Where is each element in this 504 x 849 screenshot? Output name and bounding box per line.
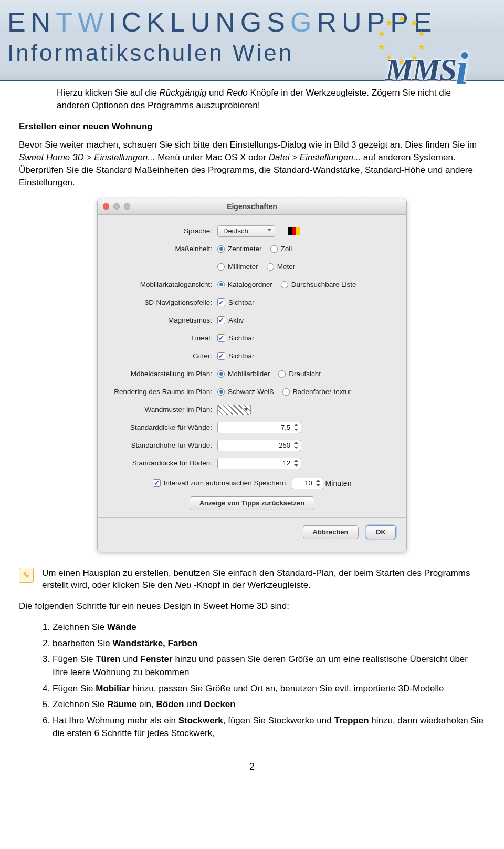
row-magnet: Magnetismus: Aktiv	[108, 313, 396, 328]
field-value: 250	[279, 441, 290, 449]
pattern-select[interactable]	[217, 405, 251, 415]
radio-label: Zentimeter	[228, 245, 262, 253]
wall-height-field[interactable]: 250	[217, 440, 301, 451]
cancel-button[interactable]: Abbrechen	[303, 525, 359, 539]
page-number: 2	[19, 761, 485, 772]
steps-list: Zeichnen Sie Wände bearbeiten Sie Wandst…	[19, 621, 485, 740]
radio-millimeter[interactable]: Millimeter	[217, 263, 258, 271]
t: Decken	[204, 699, 235, 709]
ok-button[interactable]: OK	[366, 525, 396, 539]
radio-label: Durchsuchbare Liste	[291, 281, 356, 288]
t: Räume	[107, 699, 137, 709]
tip-icon: ✎	[19, 568, 34, 583]
label: Gitter:	[108, 352, 217, 360]
row-hoehe-wand: Standardhöhe für Wände: 250	[108, 438, 396, 453]
row-katalog: Mobiliarkatalogansicht: Katalogordner Du…	[108, 277, 396, 293]
row-moebel: Möbeldarstellung im Plan: Mobiliarbilder…	[108, 366, 396, 382]
row-gitter: Gitter: Sichtbar	[108, 348, 396, 364]
radio-meter[interactable]: Meter	[267, 263, 296, 271]
t: Rückgängig	[160, 88, 207, 98]
label: Standarddicke für Böden:	[108, 459, 217, 467]
label: Möbeldarstellung im Plan:	[108, 370, 217, 378]
language-select[interactable]: Deutsch	[217, 225, 275, 237]
row-lineal: Lineal: Sichtbar	[108, 330, 396, 346]
t: hinzu, passen Sie Größe und Ort an, benu…	[130, 684, 444, 693]
check-lineal[interactable]: Sichtbar	[217, 334, 255, 342]
radio-sw[interactable]: Schwarz-Weiß	[217, 388, 274, 396]
unit-label: Minuten	[326, 479, 352, 488]
t: Hat Ihre Wohnung mehr als ein	[52, 716, 178, 726]
step-5: Zeichnen Sie Räume ein, Böden und Decken	[52, 698, 485, 711]
field-value: 12	[283, 459, 290, 467]
radio-label: Bodenfarbe/-textur	[293, 388, 352, 396]
label: Lineal:	[108, 334, 217, 342]
stepper-icon[interactable]	[314, 479, 322, 488]
radio-bodenfarbe[interactable]: Bodenfarbe/-textur	[282, 388, 352, 396]
t: und	[206, 88, 226, 98]
dialog-title: Eigenschaften	[98, 202, 406, 211]
label: Sprache:	[108, 227, 217, 235]
t: EN	[7, 7, 56, 37]
t: -Knopf in der Werkzeugleiste.	[191, 580, 310, 590]
radio-durchsuchbar[interactable]: Durchsuchbare Liste	[281, 281, 356, 288]
stepper-icon[interactable]	[292, 423, 300, 432]
radio-label: Zoll	[281, 245, 292, 253]
check-label: Sichtbar	[228, 334, 255, 342]
t: Wandstärke, Farben	[112, 638, 197, 648]
tip-box: ✎ Um einen Hausplan zu erstellen, benutz…	[19, 567, 485, 592]
radio-katalogordner[interactable]: Katalogordner	[217, 281, 272, 288]
label: Rendering des Raums im Plan:	[108, 388, 217, 396]
autosave-interval-field[interactable]: 10	[292, 478, 323, 489]
dialog-figure: Eigenschaften Sprache: Deutsch Maßeinhei…	[19, 199, 485, 552]
radio-mobiliarbilder[interactable]: Mobiliarbilder	[217, 370, 270, 378]
check-magnet[interactable]: Aktiv	[217, 316, 244, 324]
t: und	[184, 699, 204, 709]
label: Standardhöhe für Wände:	[108, 441, 217, 449]
section-heading: Erstellen einer neuen Wohnung	[19, 120, 485, 133]
properties-dialog: Eigenschaften Sprache: Deutsch Maßeinhei…	[97, 199, 407, 552]
radio-label: Draufsicht	[289, 370, 321, 378]
check-label: Sichtbar	[228, 352, 255, 360]
step-3: Fügen Sie Türen und Fenster hinzu und pa…	[52, 653, 485, 679]
t: Sweet Home 3D > Einstellungen...	[19, 152, 155, 162]
check-gitter[interactable]: Sichtbar	[217, 352, 255, 360]
t: Fügen Sie	[52, 684, 96, 693]
t: Böden	[156, 699, 184, 709]
label: 3D-Navigationspfeile:	[108, 298, 217, 306]
reset-tips-button[interactable]: Anzeige von Tipps zurücksetzen	[190, 496, 315, 510]
t: Stockwerk	[178, 716, 223, 726]
section-paragraph: Bevor Sie weiter machen, schauen Sie sic…	[19, 139, 485, 189]
radio-draufsicht[interactable]: Draufsicht	[278, 370, 321, 378]
stepper-icon[interactable]	[292, 459, 300, 468]
radio-zentimeter[interactable]: Zentimeter	[217, 245, 262, 253]
row-render: Rendering des Raums im Plan: Schwarz-Wei…	[108, 384, 396, 400]
tip-text: Um einen Hausplan zu erstellen, benutzen…	[42, 567, 485, 592]
check-autosave[interactable]: Intervall zum automatischen Speichern:	[153, 479, 288, 487]
flag-icon	[288, 227, 300, 235]
dialog-buttons: Abbrechen OK	[98, 517, 406, 547]
t: bearbeiten Sie	[52, 638, 112, 648]
label: Standarddicke für Wände:	[108, 423, 217, 431]
t: Hierzu klicken Sie auf die	[57, 88, 160, 98]
step-4: Fügen Sie Mobiliar hinzu, passen Sie Grö…	[52, 682, 485, 696]
label: Magnetismus:	[108, 316, 217, 324]
t: Türen	[96, 654, 120, 664]
step-6: Hat Ihre Wohnung mehr als ein Stockwerk,…	[52, 715, 485, 740]
radio-zoll[interactable]: Zoll	[270, 245, 292, 253]
field-value: 10	[304, 479, 312, 487]
stepper-icon[interactable]	[292, 441, 300, 450]
t: Fenster	[140, 654, 172, 664]
step-2: bearbeiten Sie Wandstärke, Farben	[52, 637, 485, 650]
t: Wände	[107, 622, 136, 632]
t: Fügen Sie	[52, 654, 96, 664]
t: Neu	[175, 580, 191, 590]
page-content: Hierzu klicken Sie auf die Rückgängig un…	[0, 81, 504, 783]
floor-thickness-field[interactable]: 12	[217, 458, 301, 469]
t: Redo	[226, 88, 248, 98]
row-masseinheit-2: Millimeter Meter	[108, 259, 396, 275]
t: Zeichnen Sie	[52, 699, 107, 709]
t: G	[290, 7, 317, 37]
wall-thickness-field[interactable]: 7,5	[217, 422, 301, 433]
check-nav[interactable]: Sichtbar	[217, 298, 255, 306]
dialog-titlebar: Eigenschaften	[98, 199, 406, 215]
